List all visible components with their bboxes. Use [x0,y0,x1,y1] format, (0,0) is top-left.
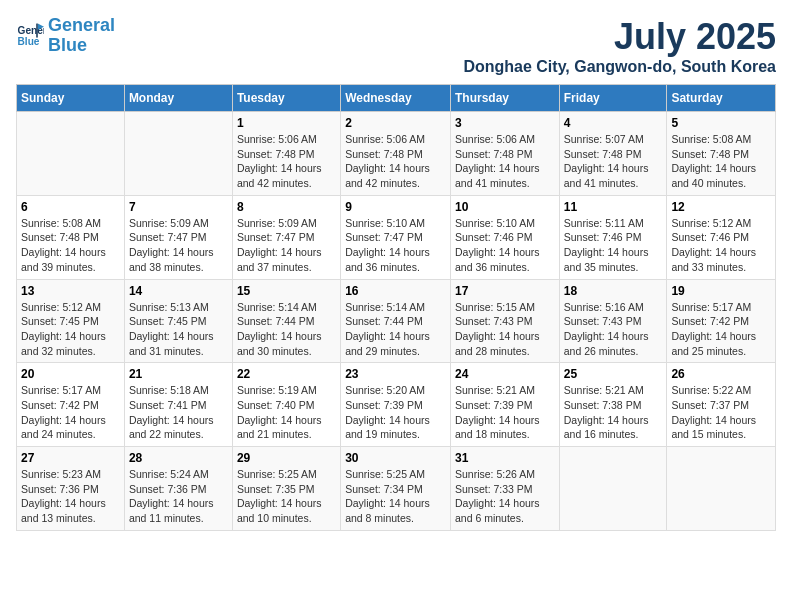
day-info: Sunrise: 5:21 AM Sunset: 7:39 PM Dayligh… [455,383,555,442]
day-info: Sunrise: 5:26 AM Sunset: 7:33 PM Dayligh… [455,467,555,526]
day-number: 22 [237,367,336,381]
day-number: 21 [129,367,228,381]
calendar-cell [559,447,667,531]
day-number: 25 [564,367,663,381]
day-number: 17 [455,284,555,298]
day-info: Sunrise: 5:16 AM Sunset: 7:43 PM Dayligh… [564,300,663,359]
day-info: Sunrise: 5:14 AM Sunset: 7:44 PM Dayligh… [237,300,336,359]
day-number: 14 [129,284,228,298]
calendar-cell: 28Sunrise: 5:24 AM Sunset: 7:36 PM Dayli… [124,447,232,531]
calendar-cell: 3Sunrise: 5:06 AM Sunset: 7:48 PM Daylig… [450,112,559,196]
calendar-week-row: 20Sunrise: 5:17 AM Sunset: 7:42 PM Dayli… [17,363,776,447]
day-info: Sunrise: 5:10 AM Sunset: 7:47 PM Dayligh… [345,216,446,275]
day-info: Sunrise: 5:15 AM Sunset: 7:43 PM Dayligh… [455,300,555,359]
weekday-header: Wednesday [341,85,451,112]
day-number: 15 [237,284,336,298]
calendar-week-row: 13Sunrise: 5:12 AM Sunset: 7:45 PM Dayli… [17,279,776,363]
calendar-cell: 25Sunrise: 5:21 AM Sunset: 7:38 PM Dayli… [559,363,667,447]
calendar-cell: 23Sunrise: 5:20 AM Sunset: 7:39 PM Dayli… [341,363,451,447]
calendar-cell: 9Sunrise: 5:10 AM Sunset: 7:47 PM Daylig… [341,195,451,279]
day-number: 11 [564,200,663,214]
day-number: 9 [345,200,446,214]
calendar-cell: 11Sunrise: 5:11 AM Sunset: 7:46 PM Dayli… [559,195,667,279]
calendar-week-row: 1Sunrise: 5:06 AM Sunset: 7:48 PM Daylig… [17,112,776,196]
calendar-cell: 8Sunrise: 5:09 AM Sunset: 7:47 PM Daylig… [232,195,340,279]
svg-rect-4 [36,23,38,37]
day-info: Sunrise: 5:17 AM Sunset: 7:42 PM Dayligh… [21,383,120,442]
day-info: Sunrise: 5:19 AM Sunset: 7:40 PM Dayligh… [237,383,336,442]
day-number: 6 [21,200,120,214]
day-info: Sunrise: 5:14 AM Sunset: 7:44 PM Dayligh… [345,300,446,359]
calendar-cell: 6Sunrise: 5:08 AM Sunset: 7:48 PM Daylig… [17,195,125,279]
calendar-cell: 15Sunrise: 5:14 AM Sunset: 7:44 PM Dayli… [232,279,340,363]
day-number: 24 [455,367,555,381]
calendar-cell: 19Sunrise: 5:17 AM Sunset: 7:42 PM Dayli… [667,279,776,363]
logo-text: General Blue [48,16,115,56]
calendar-cell: 26Sunrise: 5:22 AM Sunset: 7:37 PM Dayli… [667,363,776,447]
day-number: 16 [345,284,446,298]
calendar-cell: 18Sunrise: 5:16 AM Sunset: 7:43 PM Dayli… [559,279,667,363]
calendar-cell [124,112,232,196]
day-info: Sunrise: 5:22 AM Sunset: 7:37 PM Dayligh… [671,383,771,442]
calendar-cell: 17Sunrise: 5:15 AM Sunset: 7:43 PM Dayli… [450,279,559,363]
calendar-cell: 1Sunrise: 5:06 AM Sunset: 7:48 PM Daylig… [232,112,340,196]
calendar-cell: 13Sunrise: 5:12 AM Sunset: 7:45 PM Dayli… [17,279,125,363]
day-number: 3 [455,116,555,130]
calendar-cell [667,447,776,531]
day-number: 23 [345,367,446,381]
day-info: Sunrise: 5:21 AM Sunset: 7:38 PM Dayligh… [564,383,663,442]
day-number: 1 [237,116,336,130]
main-title: July 2025 [463,16,776,58]
day-number: 10 [455,200,555,214]
day-info: Sunrise: 5:23 AM Sunset: 7:36 PM Dayligh… [21,467,120,526]
day-number: 19 [671,284,771,298]
day-number: 4 [564,116,663,130]
logo: General Blue General Blue [16,16,115,56]
calendar-cell: 24Sunrise: 5:21 AM Sunset: 7:39 PM Dayli… [450,363,559,447]
logo-icon: General Blue [16,22,44,50]
day-number: 31 [455,451,555,465]
day-number: 13 [21,284,120,298]
day-info: Sunrise: 5:10 AM Sunset: 7:46 PM Dayligh… [455,216,555,275]
day-info: Sunrise: 5:25 AM Sunset: 7:35 PM Dayligh… [237,467,336,526]
calendar-cell [17,112,125,196]
day-info: Sunrise: 5:20 AM Sunset: 7:39 PM Dayligh… [345,383,446,442]
weekday-header: Thursday [450,85,559,112]
day-number: 26 [671,367,771,381]
calendar-table: SundayMondayTuesdayWednesdayThursdayFrid… [16,84,776,531]
calendar-cell: 30Sunrise: 5:25 AM Sunset: 7:34 PM Dayli… [341,447,451,531]
weekday-header: Friday [559,85,667,112]
day-info: Sunrise: 5:13 AM Sunset: 7:45 PM Dayligh… [129,300,228,359]
day-number: 27 [21,451,120,465]
calendar-cell: 2Sunrise: 5:06 AM Sunset: 7:48 PM Daylig… [341,112,451,196]
day-info: Sunrise: 5:11 AM Sunset: 7:46 PM Dayligh… [564,216,663,275]
calendar-week-row: 27Sunrise: 5:23 AM Sunset: 7:36 PM Dayli… [17,447,776,531]
calendar-cell: 14Sunrise: 5:13 AM Sunset: 7:45 PM Dayli… [124,279,232,363]
calendar-week-row: 6Sunrise: 5:08 AM Sunset: 7:48 PM Daylig… [17,195,776,279]
day-number: 2 [345,116,446,130]
calendar-cell: 27Sunrise: 5:23 AM Sunset: 7:36 PM Dayli… [17,447,125,531]
subtitle: Donghae City, Gangwon-do, South Korea [463,58,776,76]
day-number: 18 [564,284,663,298]
day-number: 20 [21,367,120,381]
day-number: 5 [671,116,771,130]
calendar-cell: 5Sunrise: 5:08 AM Sunset: 7:48 PM Daylig… [667,112,776,196]
calendar-cell: 16Sunrise: 5:14 AM Sunset: 7:44 PM Dayli… [341,279,451,363]
day-info: Sunrise: 5:24 AM Sunset: 7:36 PM Dayligh… [129,467,228,526]
day-number: 12 [671,200,771,214]
day-info: Sunrise: 5:17 AM Sunset: 7:42 PM Dayligh… [671,300,771,359]
calendar-cell: 31Sunrise: 5:26 AM Sunset: 7:33 PM Dayli… [450,447,559,531]
title-area: July 2025 Donghae City, Gangwon-do, Sout… [463,16,776,76]
day-number: 30 [345,451,446,465]
day-info: Sunrise: 5:07 AM Sunset: 7:48 PM Dayligh… [564,132,663,191]
day-number: 29 [237,451,336,465]
calendar-cell: 7Sunrise: 5:09 AM Sunset: 7:47 PM Daylig… [124,195,232,279]
day-info: Sunrise: 5:09 AM Sunset: 7:47 PM Dayligh… [129,216,228,275]
calendar-cell: 29Sunrise: 5:25 AM Sunset: 7:35 PM Dayli… [232,447,340,531]
day-number: 8 [237,200,336,214]
calendar-cell: 20Sunrise: 5:17 AM Sunset: 7:42 PM Dayli… [17,363,125,447]
weekday-header: Monday [124,85,232,112]
calendar-cell: 22Sunrise: 5:19 AM Sunset: 7:40 PM Dayli… [232,363,340,447]
day-info: Sunrise: 5:06 AM Sunset: 7:48 PM Dayligh… [345,132,446,191]
day-number: 28 [129,451,228,465]
